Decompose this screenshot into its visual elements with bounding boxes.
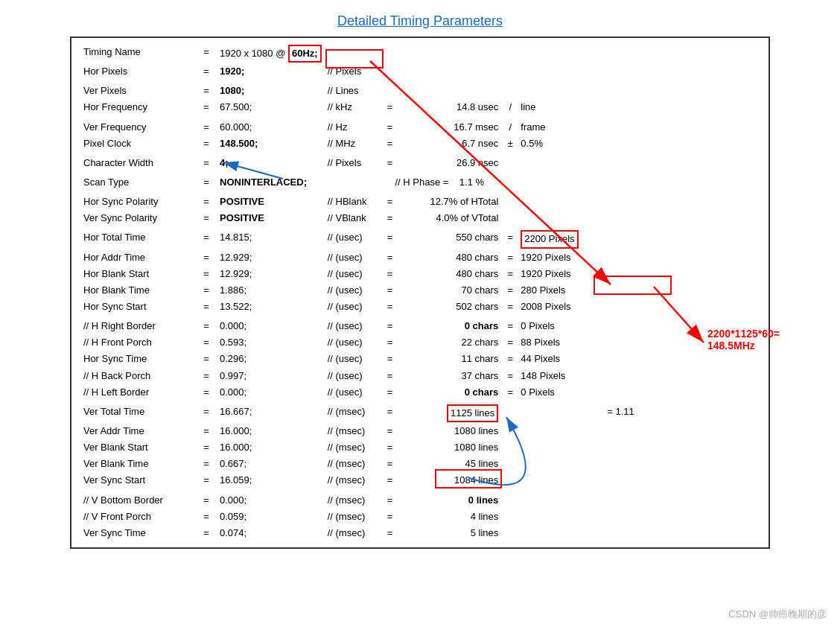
row-eq: = [196, 368, 217, 384]
table-row: // H Left Border=0.000;// (usec)=0 chars… [80, 384, 760, 402]
row-eq: = [196, 81, 217, 99]
row-comment: // (usec) [325, 249, 384, 266]
row-num2: 2008 Pixels [518, 299, 592, 316]
row-eq: = [196, 491, 217, 509]
row-value: 0.296; [217, 351, 325, 367]
row-value: 12.929; [217, 266, 325, 282]
row-comment: // HBlank [325, 192, 384, 210]
row-num2: 88 Pixels [518, 334, 592, 351]
row-eq2: = [384, 118, 427, 136]
row-label: Ver Sync Polarity [80, 210, 196, 228]
row-comment: // (msec) [325, 456, 384, 472]
row-sep: = [503, 266, 518, 282]
row-label: Hor Blank Time [80, 282, 196, 299]
row-num2: 0 Pixels [518, 316, 592, 334]
row-comment: // (usec) [325, 299, 384, 316]
row-eq2: = [384, 439, 427, 456]
row-label: Ver Addr Time [80, 423, 196, 439]
row-eq2: = [384, 299, 427, 316]
row-sep [503, 509, 518, 525]
row-eq2: = [384, 282, 427, 299]
table-row: Pixel Clock=148.500;// MHz=6.7 nsec±0.5% [80, 136, 760, 153]
row-num2: 44 Pixels [518, 351, 592, 367]
row-eq: = [196, 173, 217, 192]
row-eq: = [196, 439, 217, 456]
row-label: // V Front Porch [80, 509, 196, 525]
row-label: Scan Type [80, 173, 196, 192]
row-eq: = [196, 249, 217, 266]
row-label: Hor Blank Start [80, 266, 196, 282]
row-comment: // (msec) [325, 491, 384, 509]
row-comment: // VBlank [325, 210, 384, 228]
row-comment: // Lines [325, 81, 384, 99]
row-value: 12.929; [217, 249, 325, 266]
row-num1: 12.7% of HTotal [427, 192, 503, 210]
table-row: Ver Sync Time=0.074;// (msec)=5 lines [80, 525, 760, 541]
row-num1: 16.7 msec [427, 118, 503, 136]
row-num1: 4.0% of VTotal [427, 210, 503, 228]
row-label: Ver Frequency [80, 118, 196, 136]
row-value: 0.997; [217, 368, 325, 384]
table-row: Hor Sync Start=13.522;// (usec)=502 char… [80, 299, 760, 316]
row-sep [503, 423, 518, 439]
row-comment: // (msec) [325, 423, 384, 439]
row-eq: = [196, 472, 217, 490]
row-num1: 70 chars [427, 282, 503, 299]
row-sep: / [503, 99, 518, 117]
row-eq: = [196, 299, 217, 316]
row-num2 [518, 192, 592, 210]
row-sep: = [503, 249, 518, 266]
row-label: Hor Addr Time [80, 249, 196, 266]
row-eq: = [196, 525, 217, 541]
row-label: Ver Sync Time [80, 525, 196, 541]
row-value: 1080; [217, 81, 325, 99]
row-eq2: = [384, 334, 427, 351]
row-label: Hor Pixels [80, 63, 196, 81]
row-comment: // (usec) [325, 316, 384, 334]
row-comment: // kHz [325, 99, 384, 117]
row-sep [503, 456, 518, 472]
row-num1: 502 chars [427, 299, 503, 316]
table-row: Hor Sync Time=0.296;// (usec)=11 chars=4… [80, 351, 760, 367]
row-num2 [518, 525, 592, 541]
row-num1: 14.8 usec [427, 99, 503, 117]
row-num1: 0 chars [427, 384, 503, 402]
row-eq: = [196, 210, 217, 228]
row-num1: 1080 lines [427, 439, 503, 456]
table-row: Ver Pixels=1080;// Lines [80, 81, 760, 99]
row-sep [503, 439, 518, 456]
row-value: POSITIVE [217, 192, 325, 210]
row-eq: = [196, 282, 217, 299]
row-value: 0.000; [217, 491, 325, 509]
table-row: Timing Name=1920 x 1080 @ 60Hz; [80, 44, 760, 63]
row-value: 0.059; [217, 509, 325, 525]
row-num2: 148 Pixels [518, 368, 592, 384]
row-value: 13.522; [217, 299, 325, 316]
table-row: Hor Pixels=1920;// Pixels [80, 63, 760, 81]
row-eq: = [196, 136, 217, 153]
table-row: // V Front Porch=0.059;// (msec)=4 lines [80, 509, 760, 525]
row-sep: = [503, 299, 518, 316]
row-label: Ver Blank Start [80, 439, 196, 456]
row-sep: ± [503, 136, 518, 153]
row-value: POSITIVE [217, 210, 325, 228]
row-comment: // (msec) [325, 472, 384, 490]
row-eq2: = [384, 192, 427, 210]
row-eq2: = [384, 491, 427, 509]
row-num1: 5 lines [427, 525, 503, 541]
row-value: 4; [217, 153, 325, 173]
table-row: // H Right Border=0.000;// (usec)=0 char… [80, 316, 760, 334]
row-num2: line [518, 99, 592, 117]
table-row: Hor Addr Time=12.929;// (usec)=480 chars… [80, 249, 760, 266]
row-num2: 1920 Pixels [518, 266, 592, 282]
row-label: // V Bottom Border [80, 491, 196, 509]
row-sep [503, 210, 518, 228]
table-row: Ver Addr Time=16.000;// (msec)=1080 line… [80, 423, 760, 439]
watermark: CSDN @帅癌晚期的彦 [728, 608, 827, 621]
row-num2 [518, 439, 592, 456]
row-eq2: = [384, 210, 427, 228]
annotation-box-2200 [594, 276, 672, 295]
table-row: Ver Total Time=16.667;// (msec)=1125 lin… [80, 402, 760, 423]
row-eq2: = [384, 99, 427, 117]
annotation-box-1125 [435, 469, 502, 489]
